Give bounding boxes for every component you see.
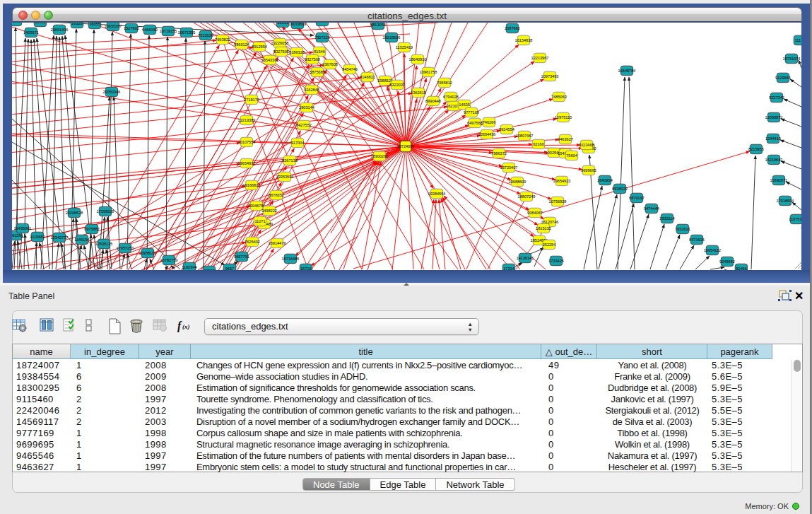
svg-text:9227342: 9227342	[769, 95, 784, 100]
svg-text:9084067: 9084067	[527, 211, 543, 215]
svg-text:1192344: 1192344	[182, 265, 196, 269]
svg-text:1362615: 1362615	[411, 90, 426, 95]
svg-text:62160: 62160	[533, 142, 544, 146]
svg-text:12923: 12923	[204, 269, 215, 270]
svg-text:1405571: 1405571	[23, 30, 39, 35]
svg-text:8813054: 8813054	[370, 23, 386, 27]
svg-text:16648784: 16648784	[618, 69, 636, 73]
svg-text:18300295: 18300295	[371, 154, 389, 158]
svg-text:19654923: 19654923	[553, 179, 571, 183]
svg-text:9242848: 9242848	[304, 88, 319, 92]
svg-text:15716: 15716	[300, 267, 312, 270]
svg-text:20875: 20875	[317, 23, 328, 23]
svg-text:11271: 11271	[254, 219, 265, 223]
svg-text:16210643: 16210643	[765, 158, 783, 162]
svg-text:8454749: 8454749	[342, 67, 358, 71]
svg-text:19384554: 19384554	[428, 192, 446, 196]
svg-text:17957253: 17957253	[117, 246, 134, 250]
svg-text:1733426: 1733426	[548, 259, 564, 263]
svg-text:8912954: 8912954	[252, 45, 267, 49]
svg-text:917004: 917004	[291, 141, 305, 145]
svg-text:10756928: 10756928	[549, 199, 567, 204]
svg-text:10655287: 10655287	[105, 24, 122, 28]
svg-text:8215955: 8215955	[748, 147, 764, 151]
svg-text:10654112: 10654112	[704, 248, 721, 252]
svg-text:12093872: 12093872	[765, 115, 783, 119]
svg-text:9860124: 9860124	[234, 42, 249, 47]
svg-text:1244419: 1244419	[765, 136, 781, 141]
svg-text:8186328: 8186328	[289, 50, 305, 54]
svg-text:2935114: 2935114	[659, 216, 674, 221]
svg-text:17334: 17334	[503, 267, 514, 270]
svg-text:10046786: 10046786	[248, 204, 266, 208]
svg-text:7955812: 7955812	[437, 81, 452, 85]
svg-text:13353594: 13353594	[276, 175, 294, 179]
svg-text:7485063: 7485063	[551, 95, 567, 99]
svg-text:12213967: 12213967	[531, 56, 549, 60]
svg-text:2087682: 2087682	[505, 26, 520, 30]
svg-text:9699695: 9699695	[581, 168, 596, 173]
svg-text:9474444: 9474444	[644, 206, 659, 211]
svg-text:39159: 39159	[12, 233, 21, 238]
svg-text:19328: 19328	[71, 23, 83, 25]
svg-text:9777169: 9777169	[464, 110, 479, 115]
svg-text:10807467: 10807467	[516, 134, 534, 138]
svg-text:8938923: 8938923	[612, 187, 628, 191]
svg-text:9463627: 9463627	[558, 137, 573, 141]
svg-text:9975887: 9975887	[84, 227, 100, 231]
svg-text:f: f	[177, 320, 182, 332]
svg-text:15751074: 15751074	[783, 57, 801, 61]
svg-text:2718170: 2718170	[244, 98, 259, 102]
svg-text:18640910: 18640910	[409, 57, 427, 62]
svg-text:16543362: 16543362	[261, 58, 279, 62]
svg-text:6879197: 6879197	[629, 196, 645, 200]
svg-text:8990448: 8990448	[425, 99, 441, 103]
svg-text:1115682: 1115682	[30, 235, 45, 239]
svg-text:12975115: 12975115	[555, 115, 572, 119]
svg-text:16914479: 16914479	[269, 241, 286, 245]
svg-text:19654932: 19654932	[238, 161, 256, 165]
svg-text:8322037: 8322037	[389, 83, 405, 87]
svg-text:9146821: 9146821	[360, 75, 375, 79]
svg-text:16782759: 16782759	[160, 258, 178, 262]
svg-text:2367608: 2367608	[322, 62, 338, 66]
svg-text:23226058: 23226058	[271, 41, 289, 45]
svg-text:5875685: 5875685	[310, 70, 325, 74]
svg-text:1527602: 1527602	[124, 26, 139, 30]
svg-text:746266: 746266	[483, 120, 496, 124]
svg-text:8267130: 8267130	[282, 158, 298, 163]
svg-text:7357224: 7357224	[314, 35, 330, 40]
svg-text:20364436: 20364436	[478, 132, 496, 136]
svg-text:10973493: 10973493	[541, 74, 559, 78]
svg-text:9657791: 9657791	[234, 255, 249, 259]
svg-text:14535: 14535	[459, 103, 470, 107]
svg-text:8678352: 8678352	[269, 193, 284, 197]
svg-text:9113468: 9113468	[579, 143, 594, 147]
svg-text:10958107: 10958107	[139, 251, 157, 255]
svg-text:20053346: 20053346	[103, 90, 121, 94]
svg-text:18807249: 18807249	[518, 194, 536, 199]
svg-text:11325419: 11325419	[396, 45, 413, 49]
svg-text:9245652: 9245652	[719, 259, 735, 264]
svg-text:1145194: 1145194	[74, 238, 89, 242]
svg-text:15720407: 15720407	[500, 165, 518, 170]
svg-text:20206538: 20206538	[66, 211, 83, 215]
svg-text:10107554: 10107554	[238, 140, 256, 144]
svg-text:10961758: 10961758	[420, 70, 437, 74]
svg-text:19166825: 19166825	[243, 183, 261, 187]
svg-text:6497568: 6497568	[467, 121, 483, 125]
svg-text:10671355: 10671355	[178, 30, 196, 35]
svg-text:16055: 16055	[89, 23, 100, 26]
svg-text:1167533: 1167533	[789, 217, 801, 221]
svg-text:11172: 11172	[795, 38, 801, 42]
svg-text:8427552: 8427552	[296, 123, 312, 127]
svg-text:10719155: 10719155	[160, 29, 177, 33]
svg-text:6794028: 6794028	[443, 95, 459, 99]
svg-text:7515526: 7515526	[198, 33, 213, 37]
svg-text:16435061: 16435061	[14, 226, 32, 230]
svg-text:19218506: 19218506	[383, 35, 401, 40]
svg-text:3624554: 3624554	[499, 127, 514, 132]
svg-text:16154838: 16154838	[515, 38, 533, 42]
svg-text:75604: 75604	[566, 153, 577, 158]
svg-text:7986372: 7986372	[491, 151, 507, 156]
